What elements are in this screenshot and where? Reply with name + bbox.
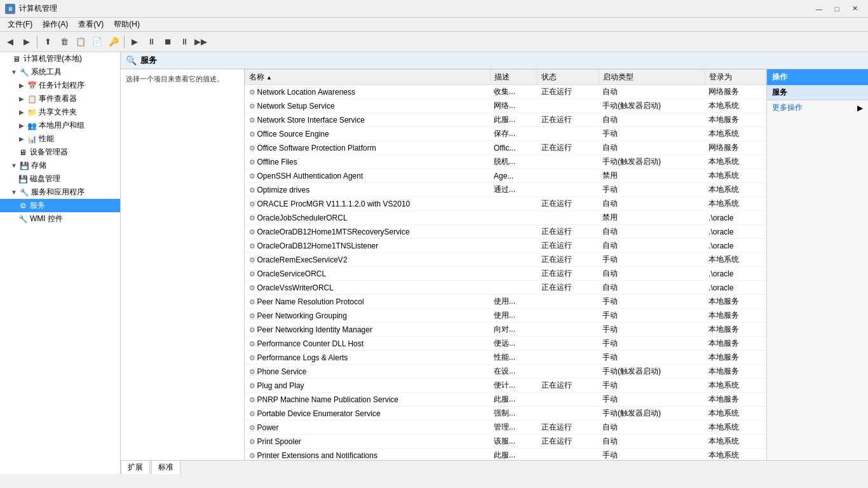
tree-system-tools[interactable]: ▼ 🔧 系统工具 <box>0 65 120 79</box>
table-row[interactable]: ⚙OpenSSH Authentication AgentAge...禁用本地系… <box>245 169 766 183</box>
table-row[interactable]: ⚙Network Location Awareness收集...正在运行自动网络… <box>245 85 766 99</box>
menu-help[interactable]: 帮助(H) <box>109 18 145 31</box>
tab-standard[interactable]: 标准 <box>151 460 180 474</box>
service-name-cell: ⚙OracleOraDB12Home1MTSRecoveryService <box>245 225 491 239</box>
service-desc-cell: 此服... <box>490 113 538 127</box>
tree-wmi-label: WMI 控件 <box>30 214 63 224</box>
col-header-name[interactable]: 名称▲ <box>245 70 491 85</box>
storage-icon: 💾 <box>19 161 29 171</box>
table-row[interactable]: ⚙Performance Counter DLL Host便远...手动本地服务 <box>245 337 766 351</box>
toolbar-props[interactable]: 🔑 <box>106 34 121 50</box>
service-status-cell: 正在运行 <box>538 379 599 393</box>
service-gear-icon: ⚙ <box>249 88 255 96</box>
service-gear-icon: ⚙ <box>249 242 255 250</box>
tree-storage[interactable]: ▼ 💾 存储 <box>0 159 120 172</box>
table-row[interactable]: ⚙Power管理...正在运行自动本地系统 <box>245 421 766 435</box>
toolbar: ◀ ▶ ⬆ 🗑 📋 📄 🔑 ▶ ⏸ ⏹ ⏸ ▶▶ <box>0 32 868 52</box>
toolbar-stop[interactable]: ⏹ <box>160 34 175 50</box>
service-name-cell: ⚙Network Location Awareness <box>245 85 491 99</box>
menu-file[interactable]: 文件(F) <box>3 18 37 31</box>
table-row[interactable]: ⚙Office Software Protection PlatformOffi… <box>245 141 766 155</box>
col-header-logon[interactable]: 登录为 <box>705 70 766 85</box>
table-row[interactable]: ⚙Printer Extensions and Notifications此服.… <box>245 449 766 461</box>
table-row[interactable]: ⚙OracleOraDB12Home1TNSListener正在运行自动.\or… <box>245 239 766 253</box>
table-row[interactable]: ⚙OracleRemExecServiceV2正在运行手动本地系统 <box>245 253 766 267</box>
table-row[interactable]: ⚙Optimize drives通过...手动本地系统 <box>245 183 766 197</box>
service-status-cell <box>538 127 599 141</box>
table-row[interactable]: ⚙OracleVssWriterORCL正在运行自动.\oracle <box>245 281 766 295</box>
service-desc-cell <box>490 281 538 295</box>
service-startup-cell: 手动(触发器启动) <box>599 365 705 379</box>
table-row[interactable]: ⚙Network Store Interface Service此服...正在运… <box>245 113 766 127</box>
service-name-cell: ⚙Phone Service <box>245 365 491 379</box>
col-header-status[interactable]: 状态 <box>538 70 599 85</box>
table-row[interactable]: ⚙Phone Service在设...手动(触发器启动)本地服务 <box>245 365 766 379</box>
table-row[interactable]: ⚙OracleServiceORCL正在运行自动.\oracle <box>245 267 766 281</box>
col-header-startup[interactable]: 启动类型 <box>599 70 705 85</box>
service-logon-cell: 本地服务 <box>705 309 766 323</box>
tree-shared-folders[interactable]: ▶ 📁 共享文件夹 <box>0 105 120 119</box>
toolbar-paste[interactable]: 📄 <box>90 34 105 50</box>
table-row[interactable]: ⚙Office Source Engine保存...手动本地系统 <box>245 127 766 141</box>
toolbar-copy[interactable]: 📋 <box>73 34 88 50</box>
toolbar-show-hide[interactable]: 🗑 <box>57 34 72 50</box>
toolbar-up[interactable]: ⬆ <box>40 34 55 50</box>
tree-shared-folders-label: 共享文件夹 <box>39 107 77 118</box>
toolbar-run[interactable]: ▶ <box>127 34 142 50</box>
table-row[interactable]: ⚙Performance Logs & Alerts性能...手动本地服务 <box>245 351 766 365</box>
toolbar-forward[interactable]: ▶ <box>19 34 34 50</box>
table-row[interactable]: ⚙Print Spooler该服...正在运行自动本地系统 <box>245 435 766 449</box>
table-row[interactable]: ⚙PNRP Machine Name Publication Service此服… <box>245 393 766 407</box>
left-panel: 🖥 计算机管理(本地) ▼ 🔧 系统工具 ▶ 📅 任务计划程序 ▶ 📋 事件查看… <box>0 52 121 474</box>
table-row[interactable]: ⚙Offline Files脱机...手动(触发器启动)本地系统 <box>245 155 766 169</box>
tree-root[interactable]: 🖥 计算机管理(本地) <box>0 52 120 65</box>
event-viewer-icon: 📋 <box>27 94 37 104</box>
ops-more-actions[interactable]: 更多操作 ▶ <box>767 100 868 115</box>
close-button[interactable]: ✕ <box>846 3 863 15</box>
table-row[interactable]: ⚙Peer Networking Identity Manager向对...手动… <box>245 323 766 337</box>
service-desc-cell <box>490 211 538 225</box>
toolbar-back[interactable]: ◀ <box>3 34 18 50</box>
col-header-desc[interactable]: 描述 <box>490 70 538 85</box>
tree-root-label: 计算机管理(本地) <box>24 53 82 64</box>
tree-device-manager[interactable]: 🖥 设备管理器 <box>0 146 120 159</box>
maximize-button[interactable]: □ <box>829 3 845 15</box>
tree-disk-management[interactable]: 💾 磁盘管理 <box>0 172 120 186</box>
menu-view[interactable]: 查看(V) <box>73 18 109 31</box>
service-startup-cell: 自动 <box>599 281 705 295</box>
service-logon-cell: 本地系统 <box>705 253 766 267</box>
root-icon: 🖥 <box>11 54 22 64</box>
table-row[interactable]: ⚙Network Setup Service网络...手动(触发器启动)本地系统 <box>245 99 766 113</box>
tree-task-scheduler[interactable]: ▶ 📅 任务计划程序 <box>0 79 120 92</box>
tree-local-users[interactable]: ▶ 👥 本地用户和组 <box>0 119 120 132</box>
table-row[interactable]: ⚙OracleJobSchedulerORCL禁用.\oracle <box>245 211 766 225</box>
tree-wmi[interactable]: 🔧 WMI 控件 <box>0 212 120 226</box>
tree-performance[interactable]: ▶ 📊 性能 <box>0 132 120 146</box>
minimize-button[interactable]: — <box>811 3 827 15</box>
table-row[interactable]: ⚙Plug and Play便计...正在运行手动本地系统 <box>245 379 766 393</box>
toolbar-ff[interactable]: ▶▶ <box>193 34 208 50</box>
tree-services[interactable]: ⚙ 服务 <box>0 199 120 212</box>
table-row[interactable]: ⚙ORACLE ProcMGR V11.1.1.2.0 with VS2010正… <box>245 197 766 211</box>
toolbar-pause[interactable]: ⏸ <box>144 34 159 50</box>
tree-event-viewer[interactable]: ▶ 📋 事件查看器 <box>0 92 120 105</box>
table-row[interactable]: ⚙Peer Networking Grouping使用...手动本地服务 <box>245 309 766 323</box>
service-status-cell: 正在运行 <box>538 141 599 155</box>
toolbar-pause2[interactable]: ⏸ <box>177 34 192 50</box>
table-row[interactable]: ⚙Peer Name Resolution Protocol使用...手动本地服… <box>245 295 766 309</box>
service-gear-icon: ⚙ <box>249 452 255 459</box>
service-logon-cell: 本地服务 <box>705 337 766 351</box>
service-startup-cell: 手动 <box>599 253 705 267</box>
services-table-container[interactable]: 名称▲ 描述 状态 启动类型 登录为 ⚙Network Location Awa… <box>245 69 766 460</box>
table-row[interactable]: ⚙Portable Device Enumerator Service强制...… <box>245 407 766 421</box>
service-gear-icon: ⚙ <box>249 326 255 334</box>
titlebar-left: 🖥 计算机管理 <box>5 3 57 14</box>
tab-expand[interactable]: 扩展 <box>121 460 150 474</box>
service-gear-icon: ⚙ <box>249 116 255 124</box>
menu-action[interactable]: 操作(A) <box>37 18 73 31</box>
table-row[interactable]: ⚙OracleOraDB12Home1MTSRecoveryService正在运… <box>245 225 766 239</box>
operations-panel: 操作 服务 更多操作 ▶ <box>766 69 868 460</box>
service-desc-cell: 性能... <box>490 351 538 365</box>
service-status-cell: 正在运行 <box>538 225 599 239</box>
tree-services-apps[interactable]: ▼ 🔧 服务和应用程序 <box>0 186 120 199</box>
